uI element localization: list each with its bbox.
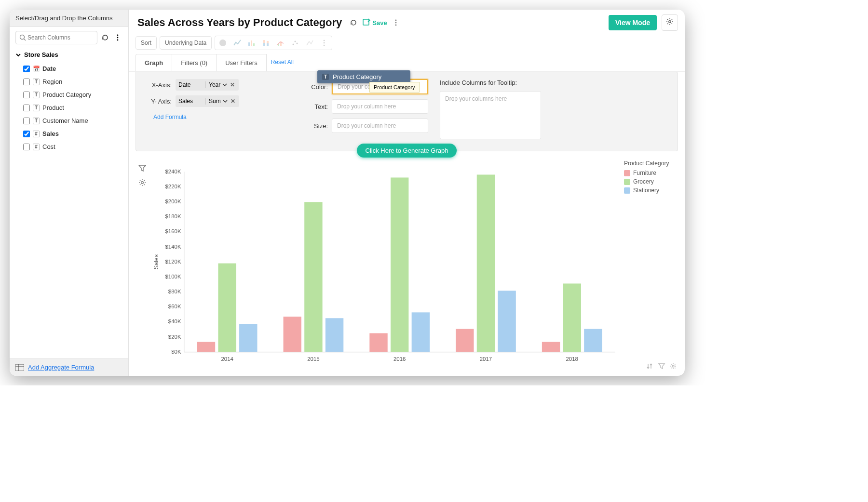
- chart-type-combo[interactable]: [274, 37, 287, 49]
- search-input[interactable]: [15, 31, 97, 44]
- bar[interactable]: [412, 312, 430, 352]
- axis-config: X-Axis: Date Year ✕ Y- Axis: Sales Sum ✕: [144, 79, 288, 139]
- toolbar: Sort Underlying Data: [129, 34, 685, 54]
- column-checkbox[interactable]: [23, 144, 30, 150]
- svg-rect-16: [253, 43, 255, 46]
- chart-area: + $0K$20K$40K$60K$80K$100K$120K$140K$160…: [129, 151, 685, 376]
- kebab-icon: [114, 34, 122, 41]
- svg-point-52: [672, 365, 674, 367]
- bar[interactable]: [498, 291, 515, 352]
- column-checkbox[interactable]: [23, 118, 30, 124]
- legend-item[interactable]: Furniture: [624, 170, 678, 176]
- settings-button[interactable]: [662, 14, 678, 31]
- color-label: Color:: [300, 83, 328, 91]
- column-item[interactable]: #Cost: [20, 140, 128, 153]
- column-checkbox[interactable]: [23, 79, 30, 85]
- column-checkbox[interactable]: [23, 66, 30, 72]
- number-icon: #: [33, 144, 40, 150]
- refresh-columns-button[interactable]: [100, 33, 110, 42]
- tooltip-dropzone[interactable]: Drop your columns here: [440, 91, 541, 139]
- bar[interactable]: [284, 317, 301, 352]
- chart-type-line[interactable]: [231, 37, 244, 49]
- bar[interactable]: [369, 333, 387, 352]
- svg-text:+: +: [145, 164, 147, 168]
- reset-all-link[interactable]: Reset All: [266, 54, 298, 71]
- chart-type-menu[interactable]: [317, 37, 331, 49]
- underlying-data-button[interactable]: Underlying Data: [160, 36, 212, 50]
- svg-point-30: [141, 182, 144, 184]
- bar[interactable]: [584, 329, 602, 352]
- svg-point-13: [219, 40, 226, 46]
- svg-text:$240K: $240K: [165, 169, 181, 174]
- bar[interactable]: [218, 264, 236, 352]
- refresh-report-button[interactable]: [349, 18, 358, 27]
- bar[interactable]: [326, 318, 343, 352]
- column-item[interactable]: TCustomer Name: [20, 114, 128, 127]
- column-item[interactable]: TProduct: [20, 101, 128, 114]
- column-item[interactable]: 📅Date: [20, 62, 128, 75]
- column-checkbox[interactable]: [23, 105, 30, 111]
- size-dropzone[interactable]: Drop your column here: [332, 119, 428, 133]
- chart-type-bar[interactable]: [245, 37, 258, 49]
- bar[interactable]: [456, 329, 474, 352]
- svg-rect-5: [15, 364, 24, 371]
- chart-type-other[interactable]: [303, 37, 316, 49]
- generate-graph-button[interactable]: Click Here to Generate Graph: [357, 144, 457, 158]
- chart-type-scatter[interactable]: [288, 37, 302, 49]
- tab-graph[interactable]: Graph: [136, 54, 172, 71]
- column-label: Customer Name: [42, 117, 88, 124]
- y-axis-chip[interactable]: Sales Sum ✕: [176, 95, 239, 107]
- sort-icon[interactable]: [646, 362, 654, 372]
- column-label: Product: [42, 104, 64, 111]
- sort-button[interactable]: Sort: [136, 36, 157, 50]
- tab-filters[interactable]: Filters (0): [172, 54, 217, 71]
- gear-icon[interactable]: [669, 362, 677, 372]
- header-right: View Mode: [609, 14, 678, 31]
- legend-item[interactable]: Stationery: [624, 187, 678, 194]
- svg-point-3: [117, 37, 119, 39]
- svg-text:$180K: $180K: [165, 213, 181, 219]
- bar[interactable]: [197, 342, 215, 352]
- tooltip-columns-label: Include Columns for Tooltip:: [440, 79, 541, 86]
- column-checkbox[interactable]: [23, 92, 30, 98]
- filter-icon[interactable]: [658, 362, 665, 372]
- legend-item[interactable]: Grocery: [624, 178, 678, 185]
- save-button[interactable]: Save: [362, 18, 387, 27]
- chevron-down-icon: [222, 82, 227, 87]
- remove-x-chip[interactable]: ✕: [229, 81, 236, 88]
- text-dropzone[interactable]: Drop your column here: [332, 99, 428, 114]
- x-axis-chip[interactable]: Date Year ✕: [176, 79, 239, 91]
- column-label: Region: [42, 78, 62, 85]
- dataset-toggle[interactable]: Store Sales: [10, 48, 128, 61]
- column-item[interactable]: TRegion: [20, 75, 128, 88]
- bar[interactable]: [563, 284, 581, 352]
- tab-user-filters[interactable]: User Filters: [216, 54, 266, 71]
- search-row: [10, 27, 128, 48]
- svg-text:$80K: $80K: [168, 289, 181, 294]
- date-icon: 📅: [33, 66, 40, 72]
- chart-type-stacked[interactable]: [259, 37, 273, 49]
- svg-text:$60K: $60K: [168, 304, 181, 309]
- bar[interactable]: [391, 177, 408, 352]
- bar[interactable]: [542, 342, 560, 352]
- column-checkbox[interactable]: [23, 131, 30, 137]
- add-formula-link[interactable]: Add Formula: [153, 114, 288, 120]
- chart-type-pie[interactable]: [216, 37, 230, 49]
- bar[interactable]: [304, 202, 322, 352]
- bar[interactable]: [239, 324, 257, 352]
- column-item[interactable]: #Sales: [20, 127, 128, 140]
- bar[interactable]: [477, 175, 495, 352]
- add-aggregate-link[interactable]: Add Aggregate Formula: [28, 364, 94, 371]
- chevron-down-icon: [15, 52, 21, 58]
- dragging-column-chip[interactable]: T Product Category: [317, 70, 410, 83]
- remove-y-chip[interactable]: ✕: [230, 98, 236, 105]
- column-menu-button[interactable]: [113, 33, 122, 42]
- header-menu-button[interactable]: [391, 18, 401, 27]
- gear-icon[interactable]: [138, 178, 147, 189]
- svg-point-11: [395, 25, 396, 26]
- column-item[interactable]: TProduct Category: [20, 88, 128, 101]
- kebab-icon: [392, 19, 400, 26]
- svg-text:$160K: $160K: [165, 228, 181, 234]
- filter-icon[interactable]: +: [138, 164, 147, 174]
- view-mode-button[interactable]: View Mode: [609, 15, 657, 30]
